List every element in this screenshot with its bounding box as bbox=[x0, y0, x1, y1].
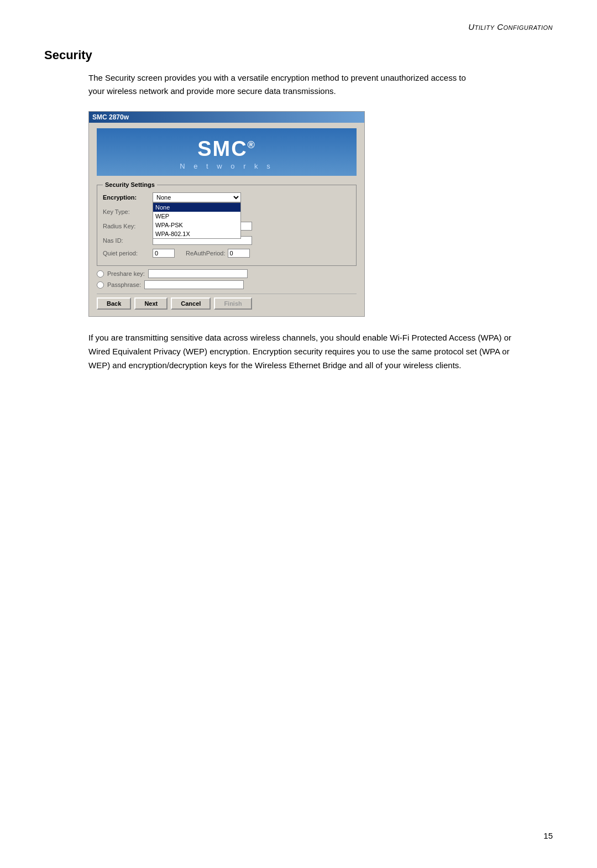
key-type-label: Key Type: bbox=[103, 208, 153, 215]
intro-text: The Security screen provides you with a … bbox=[88, 71, 475, 98]
preshare-key-row: Preshare key: bbox=[97, 269, 357, 278]
buttons-row: Back Next Cancel Finish bbox=[97, 294, 357, 310]
dropdown-open[interactable]: None WEP WPA-PSK WPA-802.1X bbox=[153, 202, 241, 239]
body-text: If you are transmitting sensitive data a… bbox=[88, 331, 520, 372]
page-header: Utility Configuration bbox=[44, 22, 553, 32]
page-number: 15 bbox=[543, 831, 553, 840]
preshare-radio[interactable] bbox=[97, 270, 104, 278]
section-title: Security bbox=[44, 48, 553, 62]
dropdown-item-wep[interactable]: WEP bbox=[153, 212, 240, 221]
dialog-body: SMC® N e t w o r k s Security Settings E… bbox=[89, 123, 364, 316]
quiet-period-row: Quiet period: ReAuthPeriod: bbox=[103, 249, 350, 258]
dialog-title: SMC 2870w bbox=[92, 113, 129, 121]
encryption-row: Encryption: None WEP WPA-PSK WPA-802.1X … bbox=[103, 191, 350, 203]
fieldset-legend: Security Settings bbox=[103, 181, 157, 188]
radius-key-label: Radius Key: bbox=[103, 223, 153, 229]
dropdown-item-wpa-8021x[interactable]: WPA-802.1X bbox=[153, 229, 240, 238]
cancel-button[interactable]: Cancel bbox=[171, 297, 211, 310]
security-settings-fieldset: Security Settings Encryption: None WEP W… bbox=[97, 181, 357, 266]
reauth-period-label: ReAuthPeriod: bbox=[186, 250, 226, 257]
nas-id-label: Nas ID: bbox=[103, 237, 153, 244]
back-button[interactable]: Back bbox=[97, 297, 131, 310]
preshare-input[interactable] bbox=[148, 269, 248, 278]
encryption-label: Encryption: bbox=[103, 194, 153, 201]
header-title: Utility Configuration bbox=[468, 22, 553, 32]
encryption-dropdown-container[interactable]: None WEP WPA-PSK WPA-802.1X None WEP WPA… bbox=[153, 192, 241, 202]
quiet-period-label: Quiet period: bbox=[103, 250, 153, 257]
smc-networks: N e t w o r k s bbox=[102, 162, 351, 170]
passphrase-input[interactable] bbox=[144, 280, 244, 289]
smc-logo-area: SMC® N e t w o r k s bbox=[97, 128, 357, 176]
dialog-window: SMC 2870w SMC® N e t w o r k s Security … bbox=[88, 111, 365, 317]
smc-logo: SMC® bbox=[102, 137, 351, 161]
quiet-period-input[interactable] bbox=[153, 249, 175, 258]
dialog-titlebar: SMC 2870w bbox=[89, 112, 364, 123]
preshare-label: Preshare key: bbox=[107, 270, 145, 277]
finish-button[interactable]: Finish bbox=[214, 297, 252, 310]
reauth-period-input[interactable] bbox=[228, 249, 250, 258]
passphrase-label: Passphrase: bbox=[107, 281, 141, 288]
passphrase-radio[interactable] bbox=[97, 281, 104, 289]
encryption-select[interactable]: None WEP WPA-PSK WPA-802.1X bbox=[153, 192, 241, 202]
dropdown-item-wpa-psk[interactable]: WPA-PSK bbox=[153, 221, 240, 229]
next-button[interactable]: Next bbox=[134, 297, 167, 310]
dropdown-item-none[interactable]: None bbox=[153, 203, 240, 212]
passphrase-row: Passphrase: bbox=[97, 280, 357, 289]
